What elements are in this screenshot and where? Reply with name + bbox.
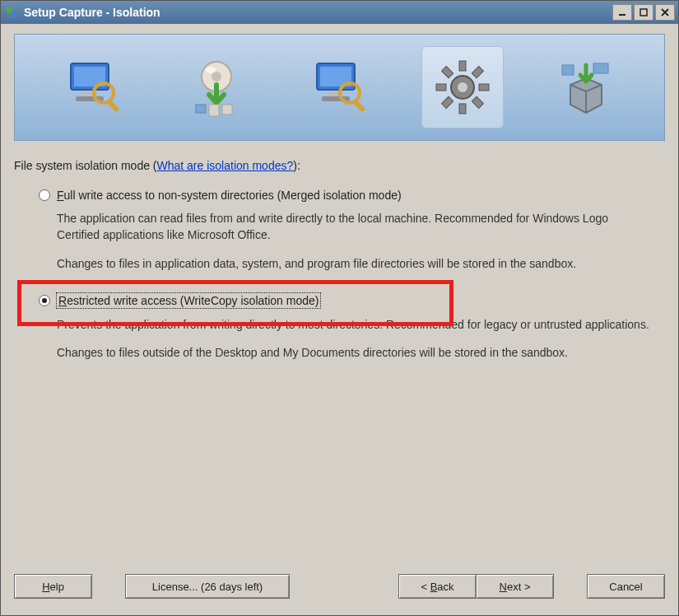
step-install-icon[interactable] — [175, 46, 258, 128]
content-area: File system isolation mode (What are iso… — [1, 24, 678, 566]
svg-rect-30 — [442, 67, 453, 78]
back-button[interactable]: < Back — [398, 574, 477, 599]
options-area: Full write access to non-system director… — [14, 189, 665, 566]
isolation-help-link[interactable]: What are isolation modes? — [157, 159, 294, 172]
option-full-desc2: Changes to files in application data, sy… — [57, 255, 649, 272]
svg-rect-15 — [222, 105, 232, 114]
option-restricted-desc1: Prevents the application from writing di… — [57, 316, 649, 333]
svg-rect-21 — [353, 100, 366, 113]
svg-rect-33 — [593, 63, 608, 73]
svg-rect-32 — [562, 65, 574, 75]
option-restricted-radio-row[interactable]: Restricted write access (WriteCopy isola… — [39, 293, 665, 308]
svg-rect-28 — [472, 67, 484, 78]
svg-rect-26 — [436, 84, 446, 91]
svg-rect-13 — [196, 105, 206, 113]
option-full-desc1: The application can read files from and … — [57, 210, 649, 244]
radio-full-label-text: ull write access to non-system directori… — [64, 189, 402, 202]
svg-rect-14 — [209, 105, 219, 116]
radio-full[interactable] — [39, 189, 50, 201]
maximize-button[interactable] — [634, 4, 653, 21]
step-scan-icon[interactable] — [52, 46, 134, 128]
license-button[interactable]: License... (26 days left) — [125, 574, 290, 599]
window-controls — [612, 4, 675, 21]
window-title: Setup Capture - Isolation — [24, 6, 612, 19]
svg-point-23 — [458, 82, 467, 92]
next-button[interactable]: Next > — [476, 574, 554, 599]
cancel-button[interactable]: Cancel — [587, 574, 665, 599]
svg-rect-27 — [479, 84, 489, 91]
app-icon — [4, 5, 19, 20]
svg-point-0 — [6, 7, 12, 13]
svg-rect-25 — [459, 104, 466, 114]
svg-rect-29 — [442, 96, 453, 108]
radio-full-label[interactable]: Full write access to non-system director… — [57, 189, 402, 202]
option-full-access: Full write access to non-system director… — [39, 189, 665, 272]
svg-rect-2 — [619, 14, 626, 16]
prompt-suffix: ): — [293, 159, 300, 172]
svg-point-11 — [212, 72, 221, 82]
radio-restricted-label[interactable]: Restricted write access (WriteCopy isola… — [57, 293, 320, 308]
svg-rect-9 — [107, 100, 120, 113]
option-restricted-desc2: Changes to files outside of the Desktop … — [57, 344, 649, 361]
minimize-button[interactable] — [612, 4, 632, 21]
step-package-icon[interactable] — [545, 46, 627, 128]
close-button[interactable] — [655, 4, 675, 21]
wizard-button-bar: Help License... (26 days left) < Back Ne… — [1, 566, 678, 615]
radio-restricted-label-text: estricted write access (WriteCopy isolat… — [67, 294, 319, 307]
wizard-window: Setup Capture - Isolation — [0, 0, 679, 616]
radio-restricted[interactable] — [39, 295, 50, 306]
svg-rect-24 — [459, 61, 466, 71]
title-bar: Setup Capture - Isolation — [1, 1, 678, 24]
prompt: File system isolation mode (What are iso… — [14, 159, 665, 172]
svg-rect-31 — [472, 96, 484, 108]
help-button[interactable]: Help — [14, 574, 92, 599]
step-postscan-icon[interactable] — [298, 46, 380, 128]
option-restricted-access: Restricted write access (WriteCopy isola… — [39, 293, 665, 362]
prompt-label: File system isolation mode ( — [14, 159, 157, 172]
svg-point-12 — [206, 67, 216, 73]
wizard-steps-bar — [14, 34, 665, 141]
svg-rect-3 — [640, 9, 647, 16]
option-full-radio-row[interactable]: Full write access to non-system director… — [39, 189, 665, 202]
svg-point-1 — [11, 12, 17, 18]
step-settings-icon[interactable] — [421, 46, 504, 128]
